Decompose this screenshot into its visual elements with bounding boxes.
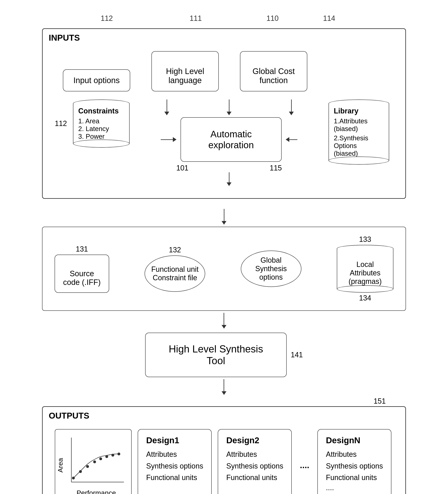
svg-point-2 (72, 477, 75, 480)
input-options-box: Input options (63, 69, 130, 91)
ref-112-side: 112 (55, 119, 67, 128)
ref-115: 115 (270, 164, 282, 172)
ref-101: 101 (176, 164, 188, 172)
local-attributes-label: Local Attributes (pragmas) (349, 260, 382, 285)
hls-arrow-section: High Level Synthesis Tool 141 (145, 313, 303, 395)
global-synthesis-lens: Global Synthesis options (241, 250, 302, 287)
ref-151: 151 (374, 397, 386, 406)
svg-point-3 (79, 470, 82, 473)
ref-133: 133 (359, 235, 371, 244)
ref-111: 111 (190, 14, 202, 23)
designN-box: DesignN AttributesSynthesis optionsFunct… (317, 429, 391, 494)
designN-attrs: AttributesSynthesis optionsFunctional un… (326, 448, 383, 483)
design1-box: Design1 AttributesSynthesis optionsFunct… (138, 429, 212, 494)
constraints-cylinder: Constraints 1. Area 2. Latency 3. Power (73, 99, 130, 148)
svg-point-8 (111, 454, 114, 457)
ellipsis-separator: .... (298, 429, 311, 494)
svg-point-6 (99, 457, 102, 460)
source-code-box: Source code (.IFF) (55, 255, 109, 293)
outputs-label: OUTPUTS (49, 411, 89, 420)
constraints-item-3: 3. Power (78, 133, 124, 140)
library-item-2: 2.SynthesisOptions(biased) (334, 134, 384, 157)
ref-114: 114 (323, 14, 335, 23)
library-title: Library (334, 107, 384, 115)
ref-132: 132 (169, 246, 181, 254)
svg-point-9 (118, 453, 120, 455)
constraints-item-2: 2. Latency (78, 125, 124, 133)
hls-tool-box: High Level Synthesis Tool (145, 333, 287, 377)
inputs-section: INPUTS Input options High Level language… (42, 28, 406, 199)
area-label: Area (56, 458, 64, 473)
hls-tool-label: High Level Synthesis Tool (169, 343, 263, 366)
svg-point-4 (86, 465, 89, 468)
source-code-label: Source code (.IFF) (63, 269, 101, 286)
performance-label: Performance (65, 489, 127, 494)
ref-110: 110 (266, 14, 278, 23)
design1-attrs: AttributesSynthesis optionsFunctional un… (146, 448, 203, 483)
functional-unit-lens: Functional unit Constraint file (145, 255, 205, 292)
outputs-section: OUTPUTS Area (42, 406, 406, 494)
svg-point-7 (105, 455, 108, 458)
inputs-label: INPUTS (49, 33, 80, 43)
ref-134: 134 (359, 294, 371, 302)
constraints-item-1: 1. Area (78, 117, 124, 125)
ref-131: 131 (76, 245, 88, 253)
middle-section: 131 Source code (.IFF) 132 Functional un… (42, 227, 406, 311)
automatic-exploration-label: Automatic exploration (208, 129, 254, 150)
design2-attrs: AttributesSynthesis optionsFunctional un… (226, 448, 283, 483)
ref-141: 141 (291, 351, 303, 359)
local-attributes-cylinder: Local Attributes (pragmas) (337, 245, 393, 293)
chart-box: Area Perfor (55, 429, 132, 494)
ref-112-top: 112 (101, 14, 113, 23)
automatic-exploration-box: Automatic exploration (181, 117, 282, 162)
global-synthesis-label: Global Synthesis options (255, 256, 287, 282)
svg-point-5 (93, 460, 96, 463)
functional-unit-label: Functional unit Constraint file (151, 265, 199, 282)
library-item-1: 1.Attributes(biased) (334, 117, 384, 133)
constraints-title: Constraints (78, 107, 124, 115)
designN-title: DesignN (326, 436, 383, 445)
high-level-language-label: High Level language (166, 67, 204, 85)
pareto-chart (65, 436, 130, 488)
high-level-language-box: High Level language (151, 51, 219, 91)
design2-title: Design2 (226, 436, 283, 445)
global-cost-function-box: Global Cost function (240, 51, 307, 91)
design2-box: Design2 AttributesSynthesis optionsFunct… (218, 429, 292, 494)
design1-title: Design1 (146, 436, 203, 445)
library-cylinder: Library 1.Attributes(biased) 2.Synthesis… (328, 99, 389, 165)
input-options-label: Input options (73, 76, 120, 85)
global-cost-function-label: Global Cost function (253, 67, 295, 85)
designN-ellipsis: .... (326, 483, 383, 492)
